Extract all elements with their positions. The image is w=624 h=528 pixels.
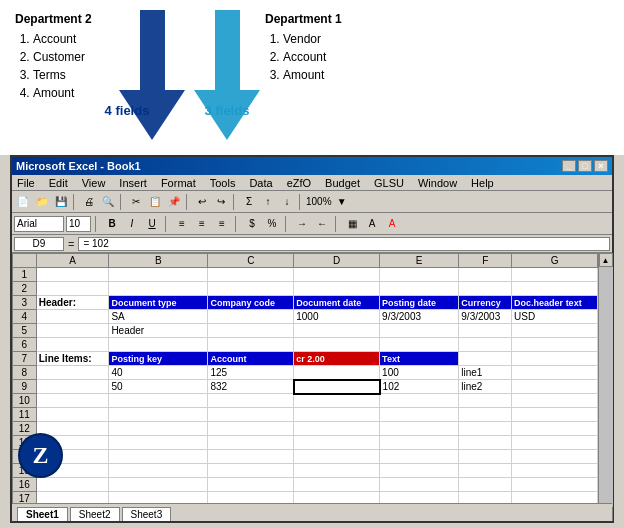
menu-help[interactable]: Help (468, 177, 497, 189)
redo-button[interactable]: ↪ (212, 193, 230, 211)
cell-a4[interactable] (36, 310, 109, 324)
menu-ezfo[interactable]: eZfO (284, 177, 314, 189)
cell-c8[interactable]: 125 (208, 366, 294, 380)
cell-a7[interactable]: Line Items: (36, 352, 109, 366)
col-header-D[interactable]: D (294, 254, 380, 268)
currency-button[interactable]: $ (243, 215, 261, 233)
cell-g2[interactable] (512, 282, 598, 296)
cell-e6[interactable] (380, 338, 459, 352)
sheet-tab-2[interactable]: Sheet2 (70, 507, 120, 521)
undo-button[interactable]: ↩ (193, 193, 211, 211)
align-center-button[interactable]: ≡ (193, 215, 211, 233)
new-button[interactable]: 📄 (14, 193, 32, 211)
font-selector[interactable] (14, 216, 64, 232)
cell-f5[interactable] (459, 324, 512, 338)
menu-edit[interactable]: Edit (46, 177, 71, 189)
cell-c6[interactable] (208, 338, 294, 352)
cell-a9[interactable] (36, 380, 109, 394)
minimize-button[interactable]: _ (562, 160, 576, 172)
menu-view[interactable]: View (79, 177, 109, 189)
increase-indent-button[interactable]: → (293, 215, 311, 233)
scroll-up-button[interactable]: ▲ (599, 253, 613, 267)
menu-tools[interactable]: Tools (207, 177, 239, 189)
cell-c1[interactable] (208, 268, 294, 282)
cell-e7[interactable]: Text (380, 352, 459, 366)
open-button[interactable]: 📁 (33, 193, 51, 211)
menu-insert[interactable]: Insert (116, 177, 150, 189)
fill-color-button[interactable]: A (363, 215, 381, 233)
cell-f1[interactable] (459, 268, 512, 282)
paste-button[interactable]: 📌 (165, 193, 183, 211)
cell-a5[interactable] (36, 324, 109, 338)
cell-d1[interactable] (294, 268, 380, 282)
italic-button[interactable]: I (123, 215, 141, 233)
spreadsheet[interactable]: A B C D E F G 1 (12, 253, 598, 521)
cell-d8[interactable] (294, 366, 380, 380)
cell-a6[interactable] (36, 338, 109, 352)
cell-b3[interactable]: Document type (109, 296, 208, 310)
sort-desc-button[interactable]: ↓ (278, 193, 296, 211)
col-header-F[interactable]: F (459, 254, 512, 268)
print-button[interactable]: 🖨 (80, 193, 98, 211)
bold-button[interactable]: B (103, 215, 121, 233)
cell-e1[interactable] (380, 268, 459, 282)
cell-g3[interactable]: Doc.header text (512, 296, 598, 310)
col-header-G[interactable]: G (512, 254, 598, 268)
autosum-button[interactable]: Σ (240, 193, 258, 211)
align-left-button[interactable]: ≡ (173, 215, 191, 233)
menu-format[interactable]: Format (158, 177, 199, 189)
sheet-tab-1[interactable]: Sheet1 (17, 507, 68, 521)
cell-g7[interactable] (512, 352, 598, 366)
sort-asc-button[interactable]: ↑ (259, 193, 277, 211)
cell-b5[interactable]: Header (109, 324, 208, 338)
decrease-indent-button[interactable]: ← (313, 215, 331, 233)
cell-b6[interactable] (109, 338, 208, 352)
cut-button[interactable]: ✂ (127, 193, 145, 211)
cell-f3[interactable]: Currency (459, 296, 512, 310)
cell-f6[interactable] (459, 338, 512, 352)
cell-a2[interactable] (36, 282, 109, 296)
cell-g6[interactable] (512, 338, 598, 352)
cell-c5[interactable] (208, 324, 294, 338)
cell-c9[interactable]: 832 (208, 380, 294, 394)
cell-b9[interactable]: 50 (109, 380, 208, 394)
preview-button[interactable]: 🔍 (99, 193, 117, 211)
cell-d4[interactable]: 1000 (294, 310, 380, 324)
menu-window[interactable]: Window (415, 177, 460, 189)
maximize-button[interactable]: □ (578, 160, 592, 172)
cell-f2[interactable] (459, 282, 512, 296)
cell-a3[interactable]: Header: (36, 296, 109, 310)
cell-e5[interactable] (380, 324, 459, 338)
cell-e3[interactable]: Posting date (380, 296, 459, 310)
cell-f9[interactable]: line2 (459, 380, 512, 394)
border-button[interactable]: ▦ (343, 215, 361, 233)
col-header-C[interactable]: C (208, 254, 294, 268)
align-right-button[interactable]: ≡ (213, 215, 231, 233)
vertical-scrollbar[interactable]: ▲ ▼ (598, 253, 612, 521)
cell-c3[interactable]: Company code (208, 296, 294, 310)
cell-f7[interactable] (459, 352, 512, 366)
cell-d2[interactable] (294, 282, 380, 296)
cell-d9[interactable] (294, 380, 380, 394)
cell-d3[interactable]: Document date (294, 296, 380, 310)
percent-button[interactable]: % (263, 215, 281, 233)
cell-g9[interactable] (512, 380, 598, 394)
cell-e9[interactable]: 102 (380, 380, 459, 394)
copy-button[interactable]: 📋 (146, 193, 164, 211)
menu-data[interactable]: Data (246, 177, 275, 189)
cell-b8[interactable]: 40 (109, 366, 208, 380)
cell-e2[interactable] (380, 282, 459, 296)
cell-c2[interactable] (208, 282, 294, 296)
menu-glsu[interactable]: GLSU (371, 177, 407, 189)
cell-g4[interactable]: USD (512, 310, 598, 324)
cell-f4[interactable]: 9/3/2003 (459, 310, 512, 324)
name-box[interactable]: D9 (14, 237, 64, 251)
formula-input[interactable]: = 102 (78, 237, 610, 251)
close-button[interactable]: × (594, 160, 608, 172)
cell-d5[interactable] (294, 324, 380, 338)
col-header-A[interactable]: A (36, 254, 109, 268)
cell-c7[interactable]: Account (208, 352, 294, 366)
cell-g1[interactable] (512, 268, 598, 282)
cell-a1[interactable] (36, 268, 109, 282)
col-header-B[interactable]: B (109, 254, 208, 268)
